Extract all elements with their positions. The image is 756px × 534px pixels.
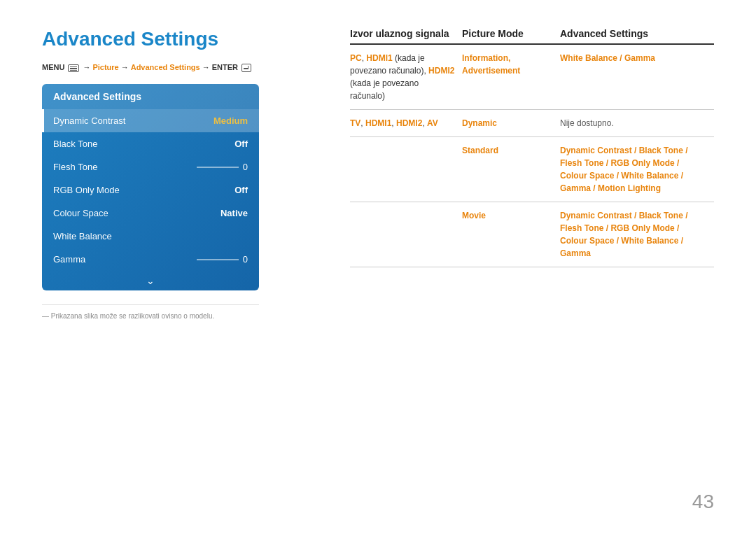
menu-item-dynamic-contrast[interactable]: Dynamic Contrast Medium bbox=[42, 109, 259, 132]
settings-cell-2: Nije dostupno. bbox=[560, 117, 714, 129]
settings-table: Izvor ulaznog signala Picture Mode Advan… bbox=[350, 28, 714, 267]
item-value-rgb-only: Off bbox=[234, 185, 248, 195]
header-settings: Advanced Settings bbox=[560, 28, 714, 39]
arrow1: → bbox=[83, 63, 90, 71]
tv-menu-box: Advanced Settings Dynamic Contrast Mediu… bbox=[42, 84, 259, 290]
menu-item-rgb-only[interactable]: RGB Only Mode Off bbox=[42, 178, 259, 202]
source-text-2: TV, HDMI1, HDMI2, AV bbox=[350, 118, 438, 128]
table-row: Standard Dynamic Contrast / Black Tone /… bbox=[350, 137, 714, 202]
menu-item-black-tone[interactable]: Black Tone Off bbox=[42, 132, 259, 155]
slider-track-flesh bbox=[197, 167, 239, 168]
flesh-tone-slider: 0 bbox=[197, 162, 248, 172]
item-value-dynamic-contrast: Medium bbox=[214, 115, 248, 126]
settings-cell-1: White Balance / Gamma bbox=[560, 52, 714, 64]
menu-item-colour-space[interactable]: Colour Space Native bbox=[42, 202, 259, 225]
page-title: Advanced Settings bbox=[42, 28, 308, 50]
source-text-1: PC, HDMI1 (kada je povezano računalo), H… bbox=[350, 53, 454, 101]
left-column: Advanced Settings MENU → Picture → Advan… bbox=[42, 28, 308, 320]
table-row: Movie Dynamic Contrast / Black Tone / Fl… bbox=[350, 202, 714, 267]
item-label-white-balance: White Balance bbox=[53, 231, 112, 241]
gamma-value: 0 bbox=[243, 254, 248, 265]
flesh-tone-value: 0 bbox=[243, 162, 248, 172]
note-text: ― Prikazana slika može se razlikovati ov… bbox=[42, 304, 259, 320]
chevron-down-icon: ⌄ bbox=[146, 275, 155, 286]
item-value-colour-space: Native bbox=[220, 208, 248, 218]
tv-menu-header: Advanced Settings bbox=[42, 84, 259, 109]
mode-cell-2: Dynamic bbox=[462, 117, 560, 129]
mode-cell-1: Information,Advertisement bbox=[462, 52, 560, 77]
menu-item-flesh-tone[interactable]: Flesh Tone 0 bbox=[42, 155, 259, 178]
right-column: Izvor ulaznog signala Picture Mode Advan… bbox=[350, 28, 714, 320]
menu-item-white-balance[interactable]: White Balance bbox=[42, 225, 259, 248]
item-label-flesh-tone: Flesh Tone bbox=[53, 162, 97, 172]
source-cell-2: TV, HDMI1, HDMI2, AV bbox=[350, 117, 462, 129]
settings-cell-3: Dynamic Contrast / Black Tone / Flesh To… bbox=[560, 144, 714, 195]
menu-keyword: MENU bbox=[42, 63, 64, 71]
gamma-slider: 0 bbox=[197, 254, 248, 265]
item-label-black-tone: Black Tone bbox=[53, 139, 97, 149]
page-number: 43 bbox=[692, 491, 714, 513]
header-mode: Picture Mode bbox=[462, 28, 560, 39]
item-label-colour-space: Colour Space bbox=[53, 208, 108, 218]
table-header: Izvor ulaznog signala Picture Mode Advan… bbox=[350, 28, 714, 45]
advanced-link: Advanced Settings bbox=[131, 63, 200, 71]
source-cell-1: PC, HDMI1 (kada je povezano računalo), H… bbox=[350, 52, 462, 102]
mode-cell-4: Movie bbox=[462, 209, 560, 222]
settings-cell-4: Dynamic Contrast / Black Tone / Flesh To… bbox=[560, 209, 714, 260]
arrow2: → bbox=[121, 63, 129, 71]
header-source: Izvor ulaznog signala bbox=[350, 28, 462, 39]
mode-cell-3: Standard bbox=[462, 144, 560, 157]
table-row: TV, HDMI1, HDMI2, AV Dynamic Nije dostup… bbox=[350, 110, 714, 137]
menu-path: MENU → Picture → Advanced Settings → ENT… bbox=[42, 63, 308, 71]
menu-item-gamma[interactable]: Gamma 0 bbox=[42, 248, 259, 271]
table-row: PC, HDMI1 (kada je povezano računalo), H… bbox=[350, 45, 714, 110]
item-label-gamma: Gamma bbox=[53, 254, 85, 265]
item-label-rgb-only: RGB Only Mode bbox=[53, 185, 120, 195]
slider-track-gamma bbox=[197, 259, 239, 260]
item-value-black-tone: Off bbox=[234, 139, 248, 149]
picture-link: Picture bbox=[92, 63, 118, 71]
enter-icon bbox=[241, 64, 251, 72]
menu-icon bbox=[68, 64, 79, 72]
arrow3: → bbox=[202, 63, 210, 71]
chevron-row: ⌄ bbox=[42, 271, 259, 290]
item-label-dynamic-contrast: Dynamic Contrast bbox=[53, 115, 125, 126]
enter-keyword: ENTER bbox=[212, 63, 238, 71]
